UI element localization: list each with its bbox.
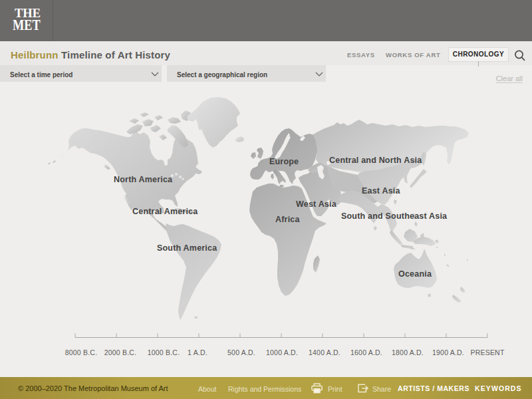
svg-text:Central and North Asia: Central and North Asia — [329, 156, 422, 165]
svg-text:Oceania: Oceania — [398, 269, 432, 279]
svg-text:Central America: Central America — [132, 207, 198, 216]
svg-text:West Asia: West Asia — [296, 200, 337, 209]
svg-text:North America: North America — [114, 175, 173, 184]
svg-text:Africa: Africa — [275, 215, 300, 224]
svg-text:South America: South America — [157, 243, 217, 253]
svg-text:Europe: Europe — [269, 157, 299, 166]
svg-text:South and Southeast Asia: South and Southeast Asia — [341, 211, 448, 221]
svg-text:East Asia: East Asia — [362, 186, 400, 196]
